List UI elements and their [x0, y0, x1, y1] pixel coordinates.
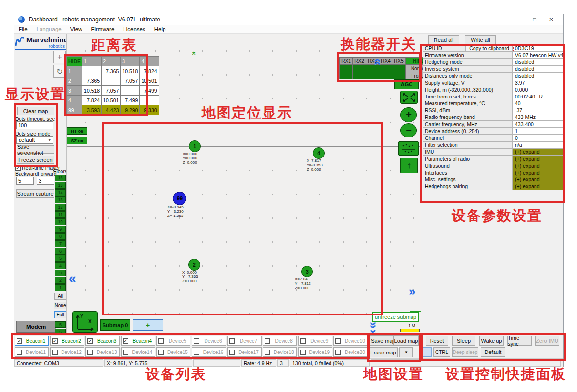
deep-sleep-button[interactable]: Deep sleep [452, 347, 478, 357]
rx-toggle-cell[interactable] [353, 72, 366, 79]
axes-tool-button[interactable]: + [53, 51, 66, 63]
rx-toggle-cell[interactable] [379, 65, 392, 72]
device-cell-device6[interactable]: Device6 [192, 336, 226, 346]
zero-imu-button[interactable]: Zero IMU [535, 336, 559, 346]
param-value[interactable]: disabled [513, 65, 565, 73]
wake-up-button[interactable]: Wake up [479, 336, 504, 346]
pan-right-chevron-icon[interactable]: » [409, 286, 415, 296]
device-checkbox[interactable] [17, 350, 22, 355]
floors-none-button[interactable]: None [54, 302, 67, 309]
param-value[interactable]: 40 [513, 100, 565, 107]
device-list-scroll-down[interactable]: ▼ [399, 347, 413, 357]
device-checkbox[interactable] [229, 338, 235, 344]
copy-to-clipboard-button[interactable]: Copy to clipboard [466, 44, 513, 52]
rx-toggle-cell[interactable] [379, 72, 392, 79]
sz-on-button[interactable]: SZ on [67, 137, 87, 144]
device-checkbox[interactable] [300, 350, 306, 355]
modem-floor-cell[interactable]: 5 [55, 321, 66, 328]
floor-button-8[interactable]: 8 [55, 233, 66, 240]
device-cell-beacon4[interactable]: ✓Beacon4 [121, 336, 155, 346]
floor-button-5[interactable]: 5 [55, 255, 66, 262]
floor-button-15[interactable]: 15 [55, 182, 66, 189]
param-value[interactable]: 433 MHz [513, 114, 565, 121]
floor-button-16[interactable]: 16 [55, 175, 66, 181]
param-value[interactable]: 0 [513, 134, 565, 141]
device-cell-device15[interactable]: Device15 [156, 347, 190, 357]
sleep-button[interactable]: Sleep [452, 336, 475, 346]
freeze-screen-button[interactable]: Freeze screen [17, 156, 54, 164]
add-submap-button[interactable]: + [133, 319, 163, 331]
distance-hide-button[interactable]: HIDE [67, 57, 82, 66]
floor-button-6[interactable]: 6 [55, 248, 66, 255]
device-cell-device16[interactable]: Device16 [192, 347, 226, 357]
device-cell-device9[interactable]: Device9 [298, 336, 332, 346]
beacon-2[interactable]: 2 [188, 259, 200, 271]
device-cell-device11[interactable]: Device11 [15, 347, 49, 357]
rx-toggle-cell[interactable] [392, 65, 406, 72]
write-all-button[interactable]: Write all [465, 35, 496, 44]
backward-input[interactable]: 5 [16, 177, 34, 185]
menu-firmware[interactable]: Firmware [86, 26, 119, 32]
floor-button-4[interactable]: 4 [55, 262, 66, 269]
device-checkbox[interactable]: ✓ [52, 338, 58, 344]
floor-button-12[interactable]: 12 [55, 204, 66, 211]
maximize-button[interactable]: □ [526, 14, 543, 25]
rx-toggle-cell[interactable] [366, 65, 379, 72]
param-value[interactable]: disabled [513, 72, 565, 79]
forward-input[interactable]: 3 [37, 177, 54, 185]
close-button[interactable]: ✕ [543, 14, 559, 25]
param-expand-toggle[interactable]: (+) expand [513, 183, 565, 190]
beacon-4[interactable]: 4 [313, 147, 325, 159]
device-checkbox[interactable]: ✓ [123, 338, 128, 344]
param-value[interactable]: 0.000 [513, 86, 565, 93]
rx-toggle-cell[interactable] [353, 65, 366, 72]
move-up-button[interactable]: ↑ [400, 158, 418, 173]
device-checkbox[interactable] [87, 350, 93, 355]
rx-toggle-cell[interactable] [366, 72, 379, 79]
default-button[interactable]: Default [481, 347, 505, 357]
zoom-in-button[interactable]: + [400, 107, 417, 122]
ht-on-button[interactable]: HT on [67, 127, 87, 135]
rx-toggle-cell[interactable] [392, 72, 406, 79]
modem-button[interactable]: Modem [16, 321, 56, 333]
menu-licenses[interactable]: Licenses [119, 26, 149, 32]
unfreeze-submap-button[interactable]: unfreeze submap [372, 312, 419, 322]
param-value[interactable]: disabled [513, 58, 565, 65]
device-checkbox[interactable] [335, 350, 341, 355]
param-value[interactable]: 1 [513, 127, 565, 135]
beacon-99[interactable]: 99 [173, 192, 186, 205]
device-cell-device5[interactable]: Device5 [156, 336, 190, 346]
device-cell-device17[interactable]: Device17 [227, 347, 262, 357]
beacon-1[interactable]: 1 [189, 140, 201, 152]
param-expand-toggle[interactable]: (+) expand [513, 148, 565, 156]
read-all-button[interactable]: Read all [428, 35, 459, 44]
device-checkbox[interactable] [300, 338, 306, 344]
ctrl-button[interactable]: CTRL [433, 347, 450, 357]
zoom-out-button[interactable]: − [400, 123, 417, 137]
floor-button-13[interactable]: 13 [55, 196, 66, 203]
rx-header-rx1[interactable]: RX1 [340, 58, 353, 65]
save-screenshot-button[interactable]: Save screenshot [17, 145, 54, 154]
param-value[interactable]: 433.400 [513, 120, 565, 128]
device-checkbox[interactable] [229, 350, 235, 355]
rx-toggle-cell[interactable] [340, 65, 353, 72]
agc-button[interactable]: AGC [394, 79, 419, 89]
device-checkbox[interactable] [335, 338, 341, 344]
pan-down-chevron-icon[interactable]: » [369, 322, 379, 329]
device-cell-device14[interactable]: Device14 [121, 347, 155, 357]
beacon-3[interactable]: 3 [301, 266, 313, 277]
floor-button-1[interactable]: 1 [55, 284, 66, 291]
rx-header-rx2[interactable]: RX2 [353, 58, 366, 65]
menu-file[interactable]: File [14, 26, 32, 32]
param-value[interactable]: 3.97 [513, 79, 565, 86]
device-checkbox[interactable]: ✓ [17, 338, 22, 344]
device-checkbox[interactable] [123, 350, 128, 355]
param-expand-toggle[interactable]: (+) expand [513, 155, 565, 162]
minimize-button[interactable]: – [510, 14, 526, 25]
device-cell-beacon2[interactable]: ✓Beacon2 [50, 336, 84, 346]
axis-orientation-widget[interactable]: Y X [72, 311, 98, 333]
device-checkbox[interactable] [194, 350, 199, 355]
pan-left-chevron-icon[interactable]: « [69, 273, 76, 284]
submap-button[interactable]: Submap 0 [100, 319, 130, 331]
rx-header-rx5[interactable]: RX5 [392, 58, 406, 65]
